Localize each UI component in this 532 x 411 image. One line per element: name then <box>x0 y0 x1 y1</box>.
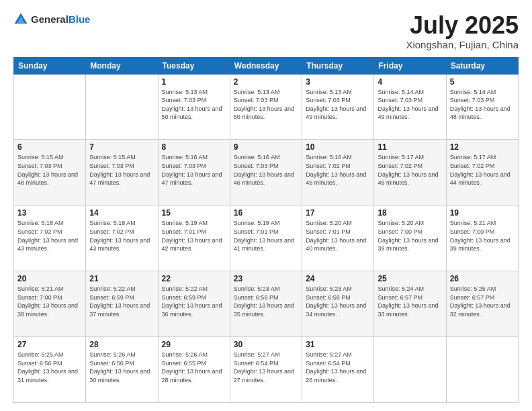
cell-info: Sunrise: 5:22 AMSunset: 6:59 PMDaylight:… <box>162 285 222 318</box>
calendar-cell <box>86 74 158 140</box>
col-header-saturday: Saturday <box>446 57 518 74</box>
cell-info: Sunrise: 5:25 AMSunset: 6:56 PMDaylight:… <box>17 351 78 383</box>
cell-info: Sunrise: 5:23 AMSunset: 6:58 PMDaylight:… <box>306 285 366 318</box>
col-header-tuesday: Tuesday <box>158 57 230 74</box>
cell-info: Sunrise: 5:27 AMSunset: 6:54 PMDaylight:… <box>306 351 366 383</box>
day-number: 8 <box>162 142 226 152</box>
title-month: July 2025 <box>406 12 519 39</box>
calendar-week-3: 13Sunrise: 5:18 AMSunset: 7:02 PMDayligh… <box>14 205 519 271</box>
calendar-cell: 13Sunrise: 5:18 AMSunset: 7:02 PMDayligh… <box>14 205 86 271</box>
logo: GeneralBlue <box>13 12 90 27</box>
cell-info: Sunrise: 5:24 AMSunset: 6:57 PMDaylight:… <box>378 285 438 318</box>
calendar-cell: 27Sunrise: 5:25 AMSunset: 6:56 PMDayligh… <box>14 337 86 403</box>
day-number: 10 <box>306 142 370 152</box>
calendar-cell: 21Sunrise: 5:22 AMSunset: 6:59 PMDayligh… <box>86 271 158 337</box>
cell-info: Sunrise: 5:17 AMSunset: 7:02 PMDaylight:… <box>378 154 438 186</box>
calendar-cell: 23Sunrise: 5:23 AMSunset: 6:58 PMDayligh… <box>230 271 302 337</box>
day-number: 27 <box>17 340 82 349</box>
calendar-cell: 12Sunrise: 5:17 AMSunset: 7:02 PMDayligh… <box>446 140 518 205</box>
logo-icon <box>13 12 28 27</box>
calendar-cell: 5Sunrise: 5:14 AMSunset: 7:03 PMDaylight… <box>446 74 518 140</box>
calendar-cell: 3Sunrise: 5:13 AMSunset: 7:03 PMDaylight… <box>302 74 374 140</box>
calendar-cell: 10Sunrise: 5:16 AMSunset: 7:02 PMDayligh… <box>302 140 374 205</box>
day-number: 25 <box>378 274 442 283</box>
day-number: 16 <box>234 208 298 218</box>
day-number: 17 <box>306 208 370 218</box>
cell-info: Sunrise: 5:13 AMSunset: 7:03 PMDaylight:… <box>162 89 222 121</box>
day-number: 24 <box>306 274 370 283</box>
cell-info: Sunrise: 5:18 AMSunset: 7:02 PMDaylight:… <box>17 220 78 252</box>
calendar-header-row: SundayMondayTuesdayWednesdayThursdayFrid… <box>14 57 519 74</box>
calendar-cell: 28Sunrise: 5:26 AMSunset: 6:56 PMDayligh… <box>86 337 158 403</box>
day-number: 9 <box>234 142 298 152</box>
calendar-week-1: 1Sunrise: 5:13 AMSunset: 7:03 PMDaylight… <box>14 74 519 140</box>
calendar-cell: 8Sunrise: 5:16 AMSunset: 7:03 PMDaylight… <box>158 140 230 205</box>
calendar-cell: 18Sunrise: 5:20 AMSunset: 7:00 PMDayligh… <box>374 205 446 271</box>
cell-info: Sunrise: 5:18 AMSunset: 7:02 PMDaylight:… <box>89 220 150 252</box>
cell-info: Sunrise: 5:13 AMSunset: 7:03 PMDaylight:… <box>234 89 294 121</box>
calendar-week-4: 20Sunrise: 5:21 AMSunset: 7:00 PMDayligh… <box>14 271 519 337</box>
cell-info: Sunrise: 5:21 AMSunset: 7:00 PMDaylight:… <box>17 285 78 318</box>
calendar-cell: 17Sunrise: 5:20 AMSunset: 7:01 PMDayligh… <box>302 205 374 271</box>
day-number: 26 <box>450 274 515 283</box>
title-location: Xiongshan, Fujian, China <box>406 39 519 50</box>
day-number: 6 <box>17 142 82 152</box>
logo-general: General <box>31 13 69 25</box>
cell-info: Sunrise: 5:14 AMSunset: 7:03 PMDaylight:… <box>450 89 511 121</box>
cell-info: Sunrise: 5:22 AMSunset: 6:59 PMDaylight:… <box>89 285 150 318</box>
day-number: 2 <box>234 77 298 87</box>
day-number: 15 <box>162 208 226 218</box>
day-number: 22 <box>162 274 226 283</box>
calendar-cell: 11Sunrise: 5:17 AMSunset: 7:02 PMDayligh… <box>374 140 446 205</box>
calendar-cell: 2Sunrise: 5:13 AMSunset: 7:03 PMDaylight… <box>230 74 302 140</box>
calendar-table: SundayMondayTuesdayWednesdayThursdayFrid… <box>13 57 519 403</box>
calendar-cell: 30Sunrise: 5:27 AMSunset: 6:54 PMDayligh… <box>230 337 302 403</box>
col-header-wednesday: Wednesday <box>230 57 302 74</box>
day-number: 30 <box>234 340 298 349</box>
calendar-cell: 1Sunrise: 5:13 AMSunset: 7:03 PMDaylight… <box>158 74 230 140</box>
calendar-cell: 19Sunrise: 5:21 AMSunset: 7:00 PMDayligh… <box>446 205 518 271</box>
calendar-week-2: 6Sunrise: 5:15 AMSunset: 7:03 PMDaylight… <box>14 140 519 205</box>
calendar-cell: 15Sunrise: 5:19 AMSunset: 7:01 PMDayligh… <box>158 205 230 271</box>
calendar-cell: 22Sunrise: 5:22 AMSunset: 6:59 PMDayligh… <box>158 271 230 337</box>
calendar-cell: 24Sunrise: 5:23 AMSunset: 6:58 PMDayligh… <box>302 271 374 337</box>
day-number: 5 <box>450 77 515 87</box>
day-number: 21 <box>89 274 154 283</box>
calendar-cell <box>14 74 86 140</box>
calendar-cell: 20Sunrise: 5:21 AMSunset: 7:00 PMDayligh… <box>14 271 86 337</box>
cell-info: Sunrise: 5:26 AMSunset: 6:56 PMDaylight:… <box>89 351 150 383</box>
col-header-thursday: Thursday <box>302 57 374 74</box>
calendar-cell: 4Sunrise: 5:14 AMSunset: 7:03 PMDaylight… <box>374 74 446 140</box>
cell-info: Sunrise: 5:23 AMSunset: 6:58 PMDaylight:… <box>234 285 294 318</box>
cell-info: Sunrise: 5:21 AMSunset: 7:00 PMDaylight:… <box>450 220 511 252</box>
day-number: 1 <box>162 77 226 87</box>
day-number: 29 <box>162 340 226 349</box>
day-number: 13 <box>17 208 82 218</box>
cell-info: Sunrise: 5:20 AMSunset: 7:00 PMDaylight:… <box>378 220 438 252</box>
cell-info: Sunrise: 5:25 AMSunset: 6:57 PMDaylight:… <box>450 285 511 318</box>
cell-info: Sunrise: 5:19 AMSunset: 7:01 PMDaylight:… <box>234 220 294 252</box>
calendar-cell: 9Sunrise: 5:16 AMSunset: 7:03 PMDaylight… <box>230 140 302 205</box>
calendar-cell: 31Sunrise: 5:27 AMSunset: 6:54 PMDayligh… <box>302 337 374 403</box>
cell-info: Sunrise: 5:15 AMSunset: 7:03 PMDaylight:… <box>17 154 78 186</box>
logo-blue: Blue <box>69 13 91 25</box>
title-block: July 2025 Xiongshan, Fujian, China <box>406 12 519 50</box>
day-number: 12 <box>450 142 515 152</box>
day-number: 23 <box>234 274 298 283</box>
cell-info: Sunrise: 5:14 AMSunset: 7:03 PMDaylight:… <box>378 89 438 121</box>
day-number: 20 <box>17 274 82 283</box>
day-number: 11 <box>378 142 442 152</box>
cell-info: Sunrise: 5:16 AMSunset: 7:03 PMDaylight:… <box>234 154 294 186</box>
header: GeneralBlue July 2025 Xiongshan, Fujian,… <box>13 12 519 50</box>
cell-info: Sunrise: 5:19 AMSunset: 7:01 PMDaylight:… <box>162 220 222 252</box>
calendar-cell: 14Sunrise: 5:18 AMSunset: 7:02 PMDayligh… <box>86 205 158 271</box>
day-number: 19 <box>450 208 515 218</box>
calendar-cell <box>446 337 518 403</box>
calendar-cell: 16Sunrise: 5:19 AMSunset: 7:01 PMDayligh… <box>230 205 302 271</box>
cell-info: Sunrise: 5:16 AMSunset: 7:03 PMDaylight:… <box>162 154 222 186</box>
cell-info: Sunrise: 5:20 AMSunset: 7:01 PMDaylight:… <box>306 220 366 252</box>
cell-info: Sunrise: 5:13 AMSunset: 7:03 PMDaylight:… <box>306 89 366 121</box>
cell-info: Sunrise: 5:15 AMSunset: 7:03 PMDaylight:… <box>89 154 150 186</box>
cell-info: Sunrise: 5:16 AMSunset: 7:02 PMDaylight:… <box>306 154 366 186</box>
col-header-friday: Friday <box>374 57 446 74</box>
